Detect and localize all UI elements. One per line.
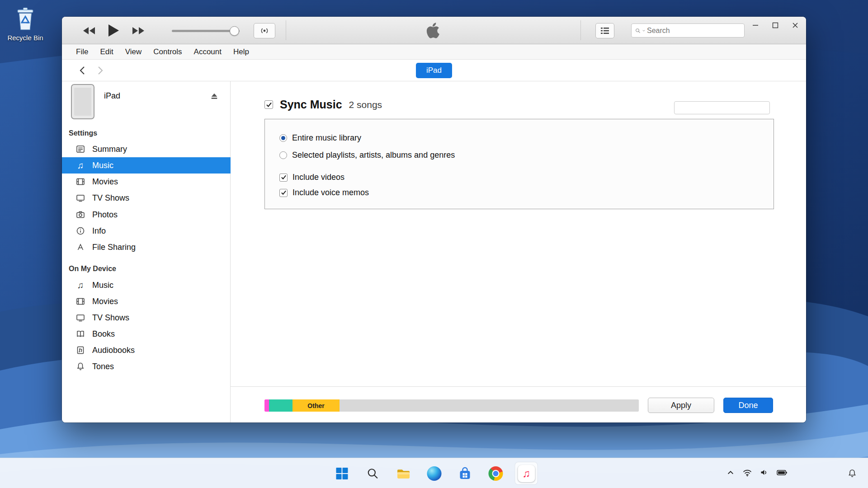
airplay-button[interactable] <box>254 23 275 38</box>
chrome-button[interactable] <box>485 462 507 484</box>
maximize-button[interactable] <box>768 19 783 32</box>
check-icon <box>279 189 288 197</box>
radio-selected-icon <box>279 134 287 142</box>
sidebar-item-file-sharing[interactable]: File Sharing <box>62 239 231 255</box>
checkbox-label: Include videos <box>292 173 344 182</box>
airplay-icon <box>259 27 269 35</box>
sidebar-item-movies[interactable]: Movies <box>62 174 231 190</box>
device-item-music[interactable]: ♫ Music <box>62 277 231 293</box>
menu-controls[interactable]: Controls <box>147 44 188 59</box>
radio-label: Entire music library <box>292 133 361 143</box>
capacity-bar: Other <box>264 399 639 412</box>
radio-entire-library[interactable]: Entire music library <box>279 133 361 143</box>
toolbar-search[interactable] <box>631 23 745 38</box>
toolbar-divider <box>286 20 286 40</box>
edge-button[interactable] <box>423 462 445 484</box>
summary-icon <box>75 145 85 154</box>
radio-unselected-icon <box>279 151 287 159</box>
apply-button[interactable]: Apply <box>648 398 714 413</box>
sidebar-item-label: Music <box>92 161 113 170</box>
taskbar-search-button[interactable] <box>362 462 384 484</box>
title-bar[interactable] <box>62 17 806 44</box>
menu-view[interactable]: View <box>119 44 148 59</box>
microsoft-store-button[interactable] <box>454 462 476 484</box>
file-sharing-icon <box>75 243 85 252</box>
menu-file[interactable]: File <box>70 44 94 59</box>
info-icon <box>75 226 85 235</box>
menu-help[interactable]: Help <box>227 44 255 59</box>
sync-music-title: Sync Music <box>280 98 342 111</box>
music-app-icon: ♫ <box>518 465 535 482</box>
play-button[interactable] <box>108 24 119 37</box>
device-item-tones[interactable]: Tones <box>62 358 231 375</box>
device-pill-button[interactable]: iPad <box>416 63 452 78</box>
bell-icon <box>75 362 85 371</box>
chrome-icon <box>488 466 503 481</box>
device-item-books[interactable]: Books <box>62 326 231 342</box>
fast-forward-button[interactable] <box>132 26 145 35</box>
speaker-icon <box>760 468 769 477</box>
content-search[interactable] <box>674 101 770 114</box>
checkbox-include-videos[interactable]: Include videos <box>279 173 344 182</box>
sidebar-item-label: Music <box>92 281 113 290</box>
close-button[interactable] <box>788 19 802 32</box>
sidebar-item-label: Movies <box>92 177 118 187</box>
done-button[interactable]: Done <box>723 398 773 413</box>
tray-chevron-button[interactable] <box>726 469 735 478</box>
up-next-button[interactable] <box>595 23 614 38</box>
sidebar: iPad Settings Summary ♫ Music <box>62 81 231 422</box>
start-button[interactable] <box>331 462 353 484</box>
file-explorer-button[interactable] <box>392 462 415 484</box>
capacity-segment-free <box>340 399 639 412</box>
sidebar-item-music[interactable]: ♫ Music <box>62 157 231 174</box>
sidebar-item-info[interactable]: Info <box>62 223 231 239</box>
rewind-button[interactable] <box>83 26 95 35</box>
film-icon <box>75 177 85 186</box>
wifi-button[interactable] <box>742 468 752 479</box>
back-button[interactable] <box>75 64 89 77</box>
sync-music-checkbox[interactable] <box>264 100 273 109</box>
sidebar-item-label: Summary <box>92 145 127 154</box>
sidebar-item-summary[interactable]: Summary <box>62 141 231 157</box>
sidebar-item-label: Books <box>92 329 115 339</box>
bell-icon <box>847 469 857 479</box>
content-search-input[interactable] <box>678 104 768 112</box>
search-icon <box>635 27 641 35</box>
battery-icon <box>776 469 788 477</box>
device-name: iPad <box>104 91 120 101</box>
eject-button[interactable] <box>210 92 218 102</box>
sidebar-item-label: TV Shows <box>92 313 129 323</box>
sidebar-item-label: Movies <box>92 297 118 306</box>
capacity-segment-other: Other <box>292 399 340 412</box>
menu-edit[interactable]: Edit <box>94 44 119 59</box>
checkbox-label: Include voice memos <box>292 188 369 197</box>
audiobook-icon <box>75 346 85 355</box>
sync-song-count: 2 songs <box>349 99 382 110</box>
toolbar-search-input[interactable] <box>647 27 741 35</box>
sidebar-item-label: File Sharing <box>92 243 136 252</box>
checkbox-include-voice-memos[interactable]: Include voice memos <box>279 188 369 197</box>
windows-logo-icon <box>335 467 348 480</box>
sync-options-panel: Entire music library Selected playlists,… <box>264 119 774 209</box>
search-icon <box>367 468 378 479</box>
volume-button[interactable] <box>760 468 769 479</box>
sidebar-item-tv-shows[interactable]: TV Shows <box>62 190 231 206</box>
radio-selected-playlists[interactable]: Selected playlists, artists, albums and … <box>279 150 455 160</box>
menu-account[interactable]: Account <box>188 44 227 59</box>
volume-slider[interactable] <box>172 17 240 44</box>
battery-button[interactable] <box>776 469 788 479</box>
notification-bell-button[interactable] <box>847 458 857 488</box>
device-item-tv-shows[interactable]: TV Shows <box>62 310 231 326</box>
check-icon <box>266 102 272 108</box>
forward-button[interactable] <box>94 64 107 77</box>
recycle-bin[interactable]: Recycle Bin <box>4 6 47 42</box>
volume-knob[interactable] <box>230 26 239 36</box>
sidebar-item-photos[interactable]: Photos <box>62 206 231 223</box>
minimize-button[interactable] <box>748 19 763 32</box>
main-content: Sync Music 2 songs Entire music library … <box>231 81 806 422</box>
device-item-audiobooks[interactable]: Audiobooks <box>62 342 231 358</box>
device-item-movies[interactable]: Movies <box>62 293 231 310</box>
sidebar-item-label: TV Shows <box>92 193 129 203</box>
wifi-icon <box>742 468 752 477</box>
itunes-taskbar-button[interactable]: ♫ <box>515 462 538 484</box>
